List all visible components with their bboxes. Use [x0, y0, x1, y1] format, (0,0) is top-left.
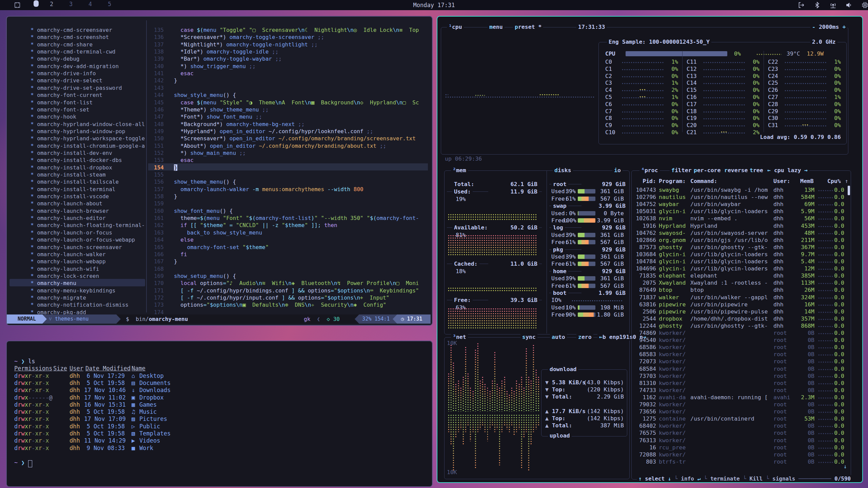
process-row[interactable]: 102638: [634, 215, 656, 222]
file-item[interactable]: * omarchy-notification-dismiss: [31, 301, 129, 308]
file-item[interactable]: * omarchy-migrate: [31, 294, 86, 301]
code-line[interactable]: back_to show_style_menu: [174, 229, 262, 236]
file-item[interactable]: * omarchy-drive-set-password: [31, 84, 122, 92]
file-item[interactable]: * omarchy-lock-screen: [31, 272, 99, 280]
process-row[interactable]: 803: [634, 458, 656, 465]
process-row[interactable]: 104696: [634, 265, 656, 272]
proc-header-mem[interactable]: MemB: [800, 178, 814, 185]
code-line[interactable]: case $(menu "Toggle" "▢ Screensaver\n☾ N…: [174, 26, 419, 34]
code-line[interactable]: }: [174, 164, 177, 171]
file-item[interactable]: * omarchy-drive-select: [31, 77, 102, 84]
file-item[interactable]: * omarchy-launch-or-focus: [31, 229, 112, 236]
code-line[interactable]: if [[ "$theme" = "CNCLD" || -z "$theme" …: [174, 222, 337, 229]
terminal-cursor[interactable]: ~ ❯: [14, 459, 32, 467]
file-item[interactable]: * omarchy-menu: [31, 280, 76, 287]
process-row[interactable]: 76313: [634, 437, 656, 444]
code-line[interactable]: show_font_menu() {: [174, 207, 233, 215]
code-line[interactable]: options="$options\n▣ Defaults\n⊕ DNS\n✧ …: [174, 301, 386, 308]
file-item[interactable]: * omarchy-launch-floating-terminal-: [31, 222, 145, 229]
process-row[interactable]: 2075: [634, 279, 656, 286]
code-line[interactable]: local options="♪ Audio\n≋ Wifi\n◈ Blueto…: [174, 280, 419, 287]
process-row[interactable]: 102796: [634, 194, 656, 201]
file-item[interactable]: * omarchy-launch-about: [31, 200, 102, 207]
process-row[interactable]: 73703: [634, 372, 656, 380]
process-row[interactable]: 1162: [634, 394, 656, 401]
process-row[interactable]: 71835: [634, 272, 656, 279]
net-auto-button[interactable]: auto: [550, 333, 567, 341]
process-row[interactable]: 87573: [634, 244, 656, 251]
code-line[interactable]: theme=$(menu "Font" "$(omarchy-font-list…: [174, 215, 419, 222]
process-row[interactable]: 103684: [634, 251, 656, 258]
code-line[interactable]: case $(menu "Style" "◑ Theme\nA Font\n▦ …: [174, 99, 419, 106]
process-row[interactable]: 16: [634, 444, 656, 451]
process-row[interactable]: 68402: [634, 422, 656, 429]
process-row[interactable]: 104762: [634, 229, 656, 237]
file-item[interactable]: * omarchy-hyprland-window-close-all: [31, 121, 145, 128]
proc-box-title[interactable]: ⁴proc: [639, 167, 660, 174]
proc-header-command[interactable]: Command:: [690, 178, 717, 185]
file-item[interactable]: * omarchy-launch-editor: [31, 215, 106, 222]
net-zero-button[interactable]: zero: [576, 333, 593, 341]
file-item[interactable]: * omarchy-install-chromium-google-a: [31, 142, 145, 149]
code-line[interactable]: [ -f ~/.config/hypr/bindings.conf ] && o…: [174, 287, 419, 294]
file-item[interactable]: * omarchy-install-terminal: [31, 186, 115, 193]
proc-header-pid[interactable]: Pid:: [636, 178, 656, 185]
code-line[interactable]: [ -f ~/.config/hypr/input.conf ] && opti…: [174, 294, 389, 301]
code-line[interactable]: }: [174, 258, 177, 265]
code-line[interactable]: }: [174, 193, 177, 200]
code-line[interactable]: *Background*) omarchy-theme-bg-next ;;: [174, 121, 304, 128]
proc-tree-button[interactable]: tree: [748, 167, 765, 174]
code-line[interactable]: *Nightlight*) omarchy-toggle-nightlight …: [174, 41, 318, 48]
file-item[interactable]: * omarchy-menu-keybindings: [31, 287, 115, 294]
proc-filter-button[interactable]: filter: [670, 167, 693, 174]
process-row[interactable]: 94540: [634, 337, 656, 344]
proc-sort[interactable]: ← cpu lazy →: [766, 167, 809, 174]
code-line[interactable]: show_setup_menu() {: [174, 272, 236, 280]
code-line[interactable]: omarchy-launch-walker -m menus:omarchyth…: [174, 186, 363, 193]
net-sync-button[interactable]: sync: [520, 333, 537, 341]
file-item[interactable]: * omarchy-install-tailscale: [31, 178, 119, 185]
file-item[interactable]: * omarchy-debug: [31, 55, 80, 62]
proc-scrollbar-thumb[interactable]: [848, 186, 850, 195]
process-row[interactable]: 12244: [634, 322, 656, 329]
code-line[interactable]: *Hyprland*) open_in_editor ~/.config/hyp…: [174, 128, 373, 135]
proc-header-user[interactable]: User:: [773, 178, 790, 185]
file-item[interactable]: * omarchy-cmd-share: [31, 41, 93, 48]
process-row[interactable]: 2544: [634, 315, 656, 322]
code-line[interactable]: }: [174, 77, 177, 84]
file-item[interactable]: * omarchy-install-steam: [31, 171, 106, 178]
update-interval[interactable]: - 2000ms +: [810, 23, 847, 30]
code-line[interactable]: fi: [174, 251, 187, 258]
code-line[interactable]: *Idle*) omarchy-toggle-idle ;;: [174, 48, 278, 55]
proc-header-program[interactable]: Program:: [659, 178, 686, 185]
process-row[interactable]: 72073: [634, 358, 656, 365]
code-line[interactable]: show_style_menu() {: [174, 92, 236, 99]
process-row[interactable]: 79032: [634, 401, 656, 408]
file-item[interactable]: * omarchy-launch-or-focus-webapp: [31, 236, 135, 243]
process-row[interactable]: 102866: [634, 237, 656, 244]
code-line[interactable]: else: [174, 236, 194, 243]
proc-header-cpu[interactable]: Cpu%: [827, 178, 841, 185]
code-line[interactable]: esac: [174, 70, 194, 77]
code-line[interactable]: *Screensaver*) omarchy-toggle-screensave…: [174, 34, 324, 41]
code-line[interactable]: esac: [174, 157, 194, 164]
preset-button[interactable]: preset *: [513, 23, 543, 30]
code-line[interactable]: *About*) open_in_editor ~/.config/omarch…: [174, 142, 386, 149]
process-row[interactable]: 104743: [634, 186, 656, 194]
process-row[interactable]: 104752: [634, 201, 656, 208]
proc-reverse-button[interactable]: reverse: [723, 167, 750, 174]
sort-direction-icon[interactable]: ↑: [845, 178, 848, 185]
process-row[interactable]: 72088: [634, 451, 656, 458]
file-item[interactable]: * omarchy-cmd-screensaver: [31, 26, 112, 34]
code-line[interactable]: show_theme_menu() {: [174, 178, 236, 185]
process-row[interactable]: 68586: [634, 344, 656, 351]
file-item[interactable]: * omarchy-font-set: [31, 106, 89, 113]
code-line[interactable]: *Theme*) show_theme_menu ;;: [174, 106, 269, 113]
file-item[interactable]: * omarchy-install-vscode: [31, 193, 109, 200]
file-item[interactable]: * omarchy-launch-screensaver: [31, 244, 122, 251]
file-item[interactable]: * omarchy-install-docker-dbs: [31, 157, 122, 164]
code-line[interactable]: omarchy-font-set "$theme": [174, 244, 269, 251]
file-item[interactable]: * omarchy-launch-walker: [31, 251, 106, 258]
disks-io-title[interactable]: io: [612, 167, 623, 174]
file-item[interactable]: * omarchy-drive-info: [31, 70, 96, 77]
